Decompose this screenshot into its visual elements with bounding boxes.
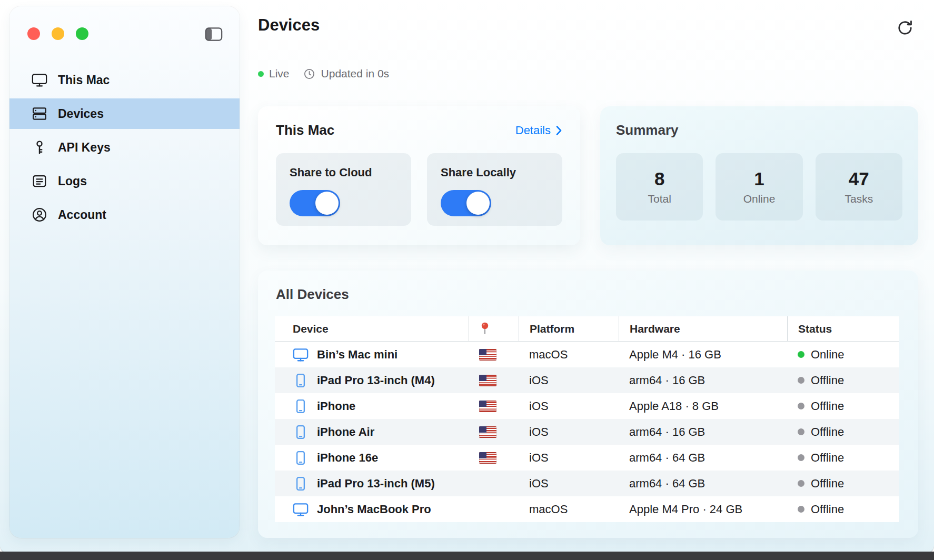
close-button[interactable] (27, 27, 40, 40)
platform-cell: iOS (519, 445, 619, 471)
sidebar-item-devices[interactable]: Devices (9, 98, 240, 129)
status-label: Offline (811, 451, 844, 465)
main-content: Devices Live Updated in 0s This Mac (258, 0, 934, 545)
stat-tasks: 47 Tasks (816, 153, 902, 221)
status-label: Offline (811, 374, 844, 387)
sidebar-item-logs[interactable]: Logs (9, 166, 240, 196)
hardware-cell: Apple M4 Pro · 24 GB (619, 496, 787, 522)
table-row[interactable]: iPad Pro 13-inch (M5) iOS arm64 · 64 GB … (275, 471, 899, 496)
status-cell: Offline (787, 419, 899, 445)
sidebar-toggle-icon[interactable] (203, 25, 225, 43)
offline-dot (798, 377, 804, 384)
platform-cell: iOS (519, 393, 619, 419)
sidebar-item-api-keys[interactable]: API Keys (9, 132, 240, 163)
sidebar-item-label: Account (58, 208, 106, 222)
sidebar-nav: This Mac Devices API Keys (9, 63, 240, 232)
status-cell: Offline (787, 471, 899, 496)
stat-total: 8 Total (616, 153, 703, 221)
zoom-button[interactable] (76, 27, 88, 40)
live-dot (258, 71, 264, 77)
platform-cell: macOS (519, 496, 619, 522)
this-mac-card: This Mac Details Share to Cloud (258, 106, 580, 245)
page-title: Devices (258, 0, 934, 35)
share-to-cloud-label: Share to Cloud (290, 166, 398, 179)
offline-dot (798, 454, 804, 461)
person-icon (32, 207, 47, 223)
hardware-cell: arm64 · 64 GB (619, 445, 787, 471)
sidebar-item-account[interactable]: Account (9, 199, 240, 230)
table-row[interactable]: iPhone 16e iOS arm64 · 64 GB Offline (275, 445, 899, 471)
toggle-knob (466, 192, 490, 215)
stat-total-label: Total (648, 193, 671, 205)
list-icon (32, 173, 47, 189)
refresh-button[interactable] (890, 13, 920, 43)
status-label: Offline (811, 425, 844, 439)
all-devices-card: All Devices Device Platform (258, 271, 918, 538)
column-header-platform: Platform (519, 316, 619, 341)
platform-cell: macOS (519, 342, 619, 367)
offline-dot (798, 428, 804, 435)
details-label: Details (515, 124, 551, 137)
table-row[interactable]: iPhone Air iOS arm64 · 16 GB Offline (275, 419, 899, 445)
updated-label: Updated in 0s (321, 67, 390, 80)
stat-online-label: Online (743, 193, 776, 205)
display-icon (293, 347, 309, 363)
table-body: Bin’s Mac mini macOS Apple M4 · 16 GB On… (275, 342, 899, 522)
share-to-cloud-toggle[interactable] (290, 190, 340, 216)
hardware-cell: arm64 · 64 GB (619, 471, 787, 496)
platform-cell: iOS (519, 367, 619, 393)
key-icon (32, 139, 47, 155)
sidebar-item-this-mac[interactable]: This Mac (9, 65, 240, 95)
offline-dot (798, 506, 804, 513)
minimize-button[interactable] (52, 27, 64, 40)
device-name: iPhone 16e (317, 451, 378, 465)
table-row[interactable]: iPhone iOS Apple A18 · 8 GB Offline (275, 393, 899, 419)
status-label: Online (811, 348, 844, 362)
details-link[interactable]: Details (515, 124, 562, 137)
table-row[interactable]: Bin’s Mac mini macOS Apple M4 · 16 GB On… (275, 342, 899, 367)
column-header-device: Device (275, 316, 469, 341)
tablet-icon (293, 373, 309, 388)
share-locally-toggle[interactable] (441, 190, 491, 216)
desktop-edge (0, 552, 934, 560)
share-locally-label: Share Locally (441, 166, 549, 179)
status-label: Offline (811, 477, 844, 491)
summary-card: Summary 8 Total 1 Online 47 Tasks (600, 106, 918, 245)
status-bar: Live Updated in 0s (258, 67, 934, 80)
status-cell: Offline (787, 367, 899, 393)
toggle-knob (315, 192, 339, 215)
status-cell: Offline (787, 445, 899, 471)
sidebar-item-label: This Mac (58, 73, 110, 87)
stat-tasks-label: Tasks (844, 193, 873, 205)
this-mac-card-title: This Mac (276, 122, 334, 138)
sidebar-item-label: Logs (58, 174, 87, 188)
us-flag-icon (479, 375, 496, 386)
share-to-cloud-panel: Share to Cloud (276, 153, 411, 226)
stat-total-value: 8 (654, 168, 664, 189)
status-label: Offline (811, 399, 844, 413)
platform-cell: iOS (519, 471, 619, 496)
hardware-cell: Apple M4 · 16 GB (619, 342, 787, 367)
stack-icon (32, 106, 47, 122)
status-cell: Offline (787, 393, 899, 419)
device-name: iPad Pro 13-inch (M4) (317, 374, 435, 387)
chevron-right-icon (555, 125, 562, 136)
status-label: Offline (811, 503, 844, 516)
us-flag-icon (479, 401, 496, 412)
us-flag-icon (479, 426, 496, 438)
column-header-location (469, 316, 519, 341)
phone-icon (293, 424, 309, 440)
us-flag-icon (479, 349, 496, 361)
status-cell: Online (787, 342, 899, 367)
table-row[interactable]: iPad Pro 13-inch (M4) iOS arm64 · 16 GB … (275, 367, 899, 393)
hardware-cell: arm64 · 16 GB (619, 419, 787, 445)
pin-icon (480, 322, 490, 336)
tablet-icon (293, 476, 309, 492)
device-name: Bin’s Mac mini (317, 348, 398, 362)
phone-icon (293, 398, 309, 414)
share-locally-panel: Share Locally (427, 153, 562, 226)
table-row[interactable]: John’s MacBook Pro macOS Apple M4 Pro · … (275, 496, 899, 522)
device-name: iPad Pro 13-inch (M5) (317, 477, 435, 491)
all-devices-title: All Devices (258, 286, 918, 303)
sidebar: This Mac Devices API Keys (9, 6, 240, 538)
